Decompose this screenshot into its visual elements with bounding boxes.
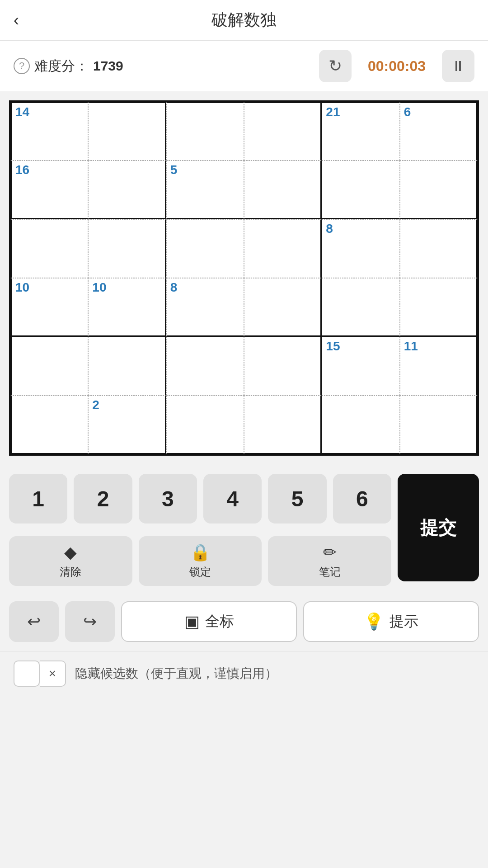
tool-label-1: 锁定 xyxy=(189,565,211,579)
hint-icon: 💡 xyxy=(364,612,384,631)
tool-label-0: 清除 xyxy=(60,565,81,579)
grid-cell[interactable] xyxy=(322,160,399,219)
redo-button[interactable]: ↪ xyxy=(65,601,115,642)
sudoku-grid-container: 1421616581010815112 xyxy=(9,100,479,456)
cell-clue: 10 xyxy=(15,281,29,294)
grid-cell[interactable] xyxy=(400,396,478,454)
grid-cell[interactable]: 21 xyxy=(322,102,399,160)
hint-button[interactable]: 💡 提示 xyxy=(303,601,479,642)
grid-cell[interactable] xyxy=(166,337,244,396)
difficulty-value: 1739 xyxy=(93,58,123,74)
grid-cell[interactable] xyxy=(88,102,166,160)
grid-cell[interactable] xyxy=(166,219,244,278)
grid-cell[interactable] xyxy=(244,219,322,278)
close-icon: × xyxy=(49,666,56,681)
grid-cell[interactable]: 8 xyxy=(322,219,399,278)
difficulty-label: 难度分： xyxy=(34,57,89,75)
grid-cell[interactable] xyxy=(322,278,399,337)
grid-cell[interactable]: 8 xyxy=(166,278,244,337)
grid-cell[interactable]: 2 xyxy=(88,396,166,454)
undo-icon: ↩ xyxy=(27,612,41,631)
cell-clue: 14 xyxy=(15,106,29,118)
submit-button[interactable]: 提交 xyxy=(398,474,479,581)
num-button-5[interactable]: 5 xyxy=(268,474,326,524)
tool-icon-0: ◆ xyxy=(64,543,77,562)
grid-cell[interactable]: 10 xyxy=(88,278,166,337)
refresh-button[interactable]: ↻ xyxy=(319,50,352,82)
mark-all-button[interactable]: ▣ 全标 xyxy=(121,601,297,642)
numpad-left: 123456 ◆清除🔒锁定✏笔记 xyxy=(9,474,391,592)
grid-cell[interactable] xyxy=(244,396,322,454)
tool-label-2: 笔记 xyxy=(319,565,341,579)
cell-clue: 8 xyxy=(326,222,333,235)
redo-icon: ↪ xyxy=(83,612,97,631)
grid-cell[interactable]: 6 xyxy=(400,102,478,160)
grid-cell[interactable] xyxy=(88,160,166,219)
grid-cell[interactable] xyxy=(322,396,399,454)
timer-display: 00:00:03 xyxy=(361,58,433,75)
cell-clue: 10 xyxy=(92,281,106,294)
page-title: 破解数独 xyxy=(211,9,277,31)
grid-cell[interactable] xyxy=(166,102,244,160)
grid-cell[interactable]: 10 xyxy=(10,278,88,337)
refresh-icon: ↻ xyxy=(328,57,342,75)
cell-clue: 21 xyxy=(326,106,340,118)
footer-text: 隐藏候选数（便于直观，谨慎启用） xyxy=(75,665,277,682)
num-button-4[interactable]: 4 xyxy=(203,474,262,524)
grid-cell[interactable]: 5 xyxy=(166,160,244,219)
toggle-checkbox[interactable] xyxy=(14,660,40,687)
difficulty-section: ? 难度分： 1739 xyxy=(14,57,310,75)
tool-button-清除[interactable]: ◆清除 xyxy=(9,536,132,586)
grid-cell[interactable] xyxy=(166,396,244,454)
numpad-rows-container: 123456 ◆清除🔒锁定✏笔记 提交 xyxy=(9,474,479,592)
grid-cell[interactable] xyxy=(244,337,322,396)
cell-clue: 6 xyxy=(404,106,411,118)
back-button[interactable]: ‹ xyxy=(14,11,19,30)
grid-cell[interactable] xyxy=(244,278,322,337)
tool-button-笔记[interactable]: ✏笔记 xyxy=(268,536,391,586)
grid-cell[interactable] xyxy=(88,337,166,396)
pause-button[interactable]: ⏸ xyxy=(442,50,474,82)
grid-cell[interactable] xyxy=(244,160,322,219)
mark-all-label: 全标 xyxy=(205,612,234,632)
grid-cell[interactable]: 15 xyxy=(322,337,399,396)
grid-cell[interactable]: 16 xyxy=(10,160,88,219)
toolbar: ? 难度分： 1739 ↻ 00:00:03 ⏸ xyxy=(0,41,488,91)
help-icon[interactable]: ? xyxy=(14,58,30,74)
tool-icon-2: ✏ xyxy=(323,543,337,562)
grid-cell[interactable] xyxy=(400,219,478,278)
numpad-tool-row: ◆清除🔒锁定✏笔记 xyxy=(9,536,391,586)
toolbar-actions: ↻ 00:00:03 ⏸ xyxy=(319,50,474,82)
tool-button-锁定[interactable]: 🔒锁定 xyxy=(139,536,262,586)
cell-clue: 2 xyxy=(92,399,99,411)
cell-clue: 5 xyxy=(170,164,178,176)
toggle-close-button[interactable]: × xyxy=(40,660,66,687)
grid-cell[interactable] xyxy=(10,219,88,278)
mark-all-icon: ▣ xyxy=(184,612,200,631)
toggle-wrap: × xyxy=(14,660,66,687)
grid-cell[interactable] xyxy=(400,160,478,219)
tool-icon-1: 🔒 xyxy=(190,543,211,562)
num-button-3[interactable]: 3 xyxy=(139,474,197,524)
numpad-section: 123456 ◆清除🔒锁定✏笔记 提交 xyxy=(0,465,488,597)
grid-cell[interactable]: 14 xyxy=(10,102,88,160)
hint-label: 提示 xyxy=(389,612,418,632)
grid-cell[interactable] xyxy=(10,396,88,454)
cell-clue: 8 xyxy=(170,281,178,294)
numpad-number-row: 123456 xyxy=(9,474,391,524)
sudoku-grid: 1421616581010815112 xyxy=(10,102,478,454)
undo-button[interactable]: ↩ xyxy=(9,601,59,642)
grid-cell[interactable] xyxy=(244,102,322,160)
cell-clue: 15 xyxy=(326,340,340,353)
num-button-6[interactable]: 6 xyxy=(333,474,391,524)
grid-cell[interactable] xyxy=(400,278,478,337)
grid-cell[interactable] xyxy=(10,337,88,396)
num-button-1[interactable]: 1 xyxy=(9,474,67,524)
grid-cell[interactable] xyxy=(88,219,166,278)
num-button-2[interactable]: 2 xyxy=(74,474,132,524)
header: ‹ 破解数独 xyxy=(0,0,488,41)
cell-clue: 11 xyxy=(404,340,418,353)
grid-cell[interactable]: 11 xyxy=(400,337,478,396)
pause-icon: ⏸ xyxy=(451,58,465,75)
action-row: ↩ ↪ ▣ 全标 💡 提示 xyxy=(0,597,488,651)
